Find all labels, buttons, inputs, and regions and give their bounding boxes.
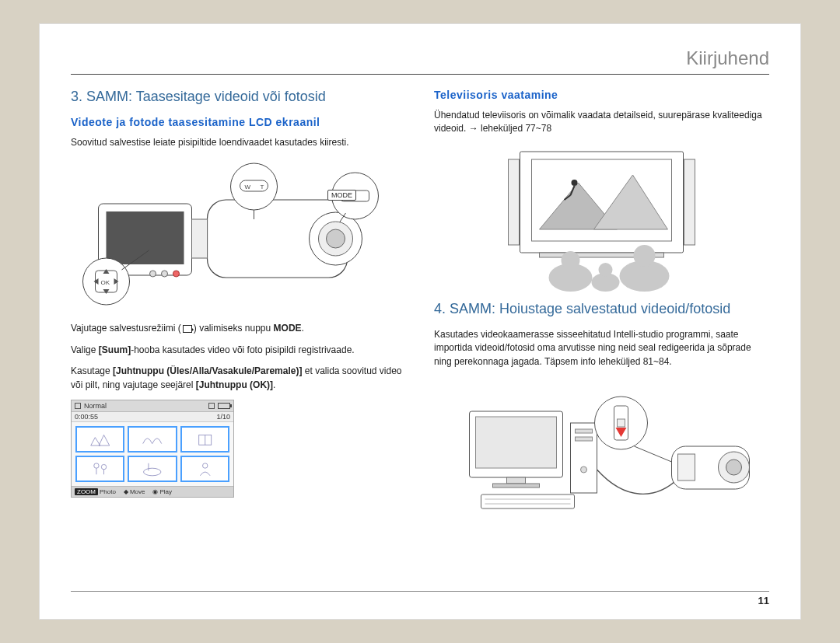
step4-text: Kasutades videokaamerasse sisseehitatud … bbox=[434, 328, 769, 369]
thumb-6 bbox=[180, 456, 229, 482]
footer-play: Play bbox=[159, 488, 172, 495]
svg-rect-5 bbox=[107, 211, 184, 264]
svg-marker-27 bbox=[99, 435, 110, 446]
camcorder-illustration: W T OK bbox=[71, 157, 406, 313]
p1-bold: MODE bbox=[274, 323, 302, 334]
thumb-1 bbox=[75, 426, 124, 453]
content-columns: 3. SAMM: Taasesitage videoid või fotosid… bbox=[71, 89, 769, 524]
page-number: 11 bbox=[71, 591, 769, 606]
right-column: Televiisoris vaatamine Ühendatud televii… bbox=[434, 89, 769, 524]
svg-point-52 bbox=[634, 245, 656, 267]
svg-point-50 bbox=[599, 263, 613, 277]
svg-text:T: T bbox=[261, 183, 264, 190]
svg-rect-61 bbox=[481, 494, 575, 508]
svg-rect-54 bbox=[476, 417, 557, 468]
svg-point-32 bbox=[101, 464, 106, 469]
svg-text:W: W bbox=[245, 183, 251, 190]
tv-text: Ühendatud televiisoris on võimalik vaada… bbox=[434, 109, 769, 136]
p1-pre: Vajutage salvestusrežiimi ( bbox=[71, 323, 181, 334]
p1-post: ) valimiseks nuppu bbox=[194, 323, 274, 334]
manual-page: Kiirjuhend 3. SAMM: Taasesitage videoid … bbox=[39, 23, 801, 620]
p3-bold2: [Juhtnuppu (OK)] bbox=[196, 379, 273, 390]
instruction-2: Valige [Suum]-hooba kasutades video või … bbox=[71, 344, 406, 357]
nav-icon: ◆ bbox=[124, 488, 128, 495]
footer-photo: Photo bbox=[100, 488, 116, 495]
svg-rect-58 bbox=[576, 429, 593, 433]
zoom-tag: ZOOM bbox=[75, 488, 98, 495]
svg-point-60 bbox=[581, 467, 587, 473]
p2-bold: [Suum] bbox=[99, 344, 131, 355]
instruction-1: Vajutage salvestusrežiimi () valimiseks … bbox=[71, 322, 406, 335]
footer-move: Move bbox=[130, 488, 145, 495]
pc-illustration bbox=[434, 376, 769, 524]
thumb-header: Normal bbox=[72, 400, 233, 412]
svg-rect-55 bbox=[507, 477, 526, 484]
svg-rect-44 bbox=[509, 159, 520, 245]
p2-post: -hooba kasutades video või foto pisipild… bbox=[131, 344, 355, 355]
left-column: 3. SAMM: Taasesitage videoid või fotosid… bbox=[71, 89, 406, 524]
playback-icon bbox=[183, 325, 192, 333]
svg-point-41 bbox=[572, 180, 578, 186]
svg-point-30 bbox=[94, 463, 99, 468]
thumb-footer: ZOOM Photo ◆ Move ◉ Play bbox=[72, 486, 233, 497]
svg-point-23 bbox=[150, 271, 156, 277]
svg-line-72 bbox=[635, 446, 672, 462]
thumb-sub: 0:00:55 1/10 bbox=[72, 412, 233, 422]
page-header: Kiirjuhend bbox=[71, 47, 769, 75]
p2-pre: Valige bbox=[71, 344, 99, 355]
step3-title: 3. SAMM: Taasesitage videoid või fotosid bbox=[71, 89, 406, 105]
mode-badge: MODE bbox=[327, 190, 356, 201]
thumb-2 bbox=[128, 426, 177, 453]
battery-icon bbox=[218, 403, 230, 409]
svg-rect-70 bbox=[618, 419, 625, 427]
thumb-grid bbox=[72, 422, 233, 486]
play-icon: ◉ bbox=[152, 488, 158, 495]
thumb-5 bbox=[128, 456, 177, 482]
thumb-time: 0:00:55 bbox=[75, 413, 98, 421]
svg-point-48 bbox=[562, 251, 580, 270]
svg-point-3 bbox=[327, 229, 345, 248]
thumb-mode: Normal bbox=[84, 402, 107, 410]
p3-end: . bbox=[273, 379, 275, 390]
intro-text: Soovitud salvestise leiate pisipiltide l… bbox=[71, 136, 406, 149]
instruction-3: Kasutage [Juhtnuppu (Üles/Alla/Vasakule/… bbox=[71, 365, 406, 392]
card-icon bbox=[208, 403, 215, 409]
svg-point-25 bbox=[173, 271, 180, 277]
svg-marker-26 bbox=[91, 438, 100, 446]
tv-illustration bbox=[434, 144, 769, 292]
svg-rect-6 bbox=[192, 219, 208, 258]
p1-end: . bbox=[302, 323, 304, 334]
p3-bold1: [Juhtnuppu (Üles/Alla/Vasakule/Paremale)… bbox=[113, 365, 302, 376]
svg-rect-67 bbox=[678, 454, 695, 481]
step4-title: 4. SAMM: Hoiustage salvestatud videoid/f… bbox=[434, 301, 769, 317]
svg-point-66 bbox=[726, 460, 742, 475]
thumbnail-panel: Normal 0:00:55 1/10 bbox=[71, 400, 234, 498]
mode-icon bbox=[75, 403, 81, 409]
tv-subtitle: Televiisoris vaatamine bbox=[434, 89, 769, 101]
thumb-3 bbox=[180, 426, 229, 453]
svg-point-34 bbox=[144, 468, 161, 476]
svg-text:OK: OK bbox=[101, 279, 110, 286]
svg-rect-45 bbox=[684, 159, 695, 245]
thumb-4 bbox=[75, 456, 124, 482]
lcd-subtitle: Videote ja fotode taasesitamine LCD ekra… bbox=[71, 116, 406, 128]
svg-rect-59 bbox=[576, 437, 593, 441]
svg-rect-56 bbox=[493, 484, 540, 487]
thumb-counter: 1/10 bbox=[216, 413, 230, 421]
p3-pre: Kasutage bbox=[71, 365, 113, 376]
svg-point-24 bbox=[162, 271, 168, 277]
svg-point-36 bbox=[202, 463, 207, 468]
